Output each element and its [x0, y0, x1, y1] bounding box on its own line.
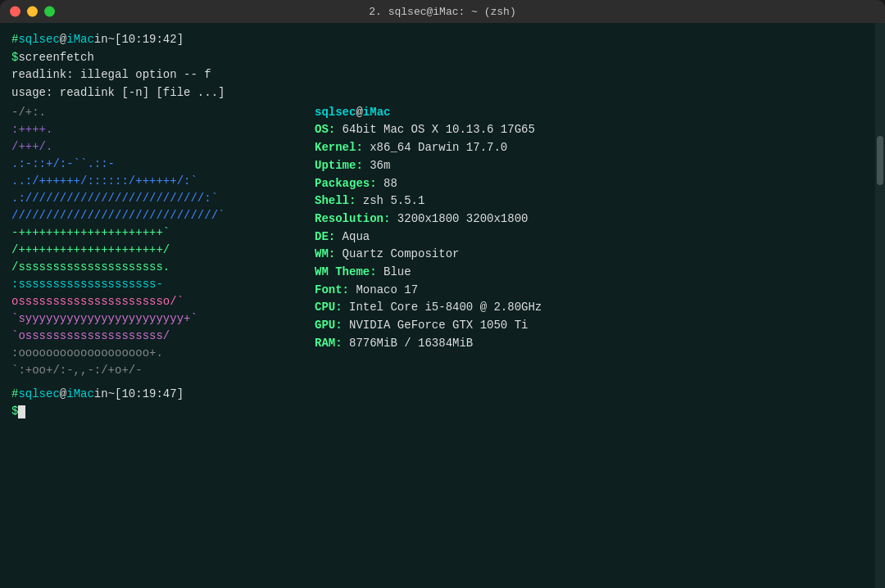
prompt2-dir: ~ — [108, 386, 115, 404]
sysinfo-kernel-line: Kernel: x86_64 Darwin 17.7.0 — [315, 139, 864, 157]
minimize-button[interactable] — [27, 7, 38, 17]
maximize-button[interactable] — [44, 7, 55, 17]
prompt1-dir: ~ — [108, 31, 115, 49]
sysinfo-wm-line: WM: Quartz Compositor — [315, 246, 864, 264]
sysinfo-font-line: Font: Monaco 17 — [315, 282, 864, 300]
prompt2-in: in — [94, 386, 108, 404]
ascii-line-7: //////////////////////////////` — [11, 207, 315, 224]
ram-label: RAM: — [315, 337, 349, 350]
final-dollar: $ — [11, 403, 18, 421]
sysinfo: sqlsec@iMac OS: 64bit Mac OS X 10.13.6 1… — [315, 104, 864, 379]
sysinfo-cpu-line: CPU: Intel Core i5-8400 @ 2.80GHz — [315, 299, 864, 317]
font-value: Monaco 17 — [356, 283, 418, 296]
font-label: Font: — [315, 283, 356, 296]
ascii-line-1: -/+:. — [11, 104, 315, 121]
sysinfo-user: sqlsec — [315, 106, 356, 119]
scrollbar[interactable] — [875, 23, 885, 588]
shell-value: zsh 5.5.1 — [363, 194, 425, 207]
prompt1-user: sqlsec — [18, 31, 59, 49]
close-button[interactable] — [10, 7, 20, 17]
ascii-line-12: ossssssssssssssssssssso/` — [11, 293, 315, 310]
sysinfo-gpu-line: GPU: NVIDIA GeForce GTX 1050 Ti — [315, 317, 864, 335]
wmtheme-value: Blue — [384, 265, 411, 278]
gpu-label: GPU: — [315, 319, 349, 332]
ascii-line-6: .://////////////////////////:` — [11, 190, 315, 207]
ascii-line-5: ..:/++++++/::::::/++++++/:` — [11, 173, 315, 190]
sysinfo-os-line: OS: 64bit Mac OS X 10.13.6 17G65 — [315, 121, 864, 139]
terminal-body[interactable]: # sqlsec @ iMac in ~ [10:19:42] $ screen… — [0, 23, 885, 588]
ascii-line-3: /+++/. — [11, 138, 315, 156]
ascii-line-13: `syyyyyyyyyyyyyyyyyyyyyyy+` — [11, 310, 315, 328]
os-value: 64bit Mac OS X 10.13.6 17G65 — [343, 123, 535, 136]
resolution-value: 3200x1800 3200x1800 — [397, 212, 529, 225]
sysinfo-ram-line: RAM: 8776MiB / 16384MiB — [315, 335, 864, 353]
kernel-value: x86_64 Darwin 17.7.0 — [370, 141, 507, 154]
de-label: DE: — [315, 230, 343, 243]
prompt2-host: iMac — [66, 386, 94, 404]
titlebar: 2. sqlsec@iMac: ~ (zsh) — [0, 0, 885, 23]
cmd1-text: screenfetch — [18, 49, 93, 67]
ascii-line-10: /sssssssssssssssssssss. — [11, 259, 315, 276]
prompt2-time: [10:19:47] — [115, 386, 184, 404]
uptime-label: Uptime: — [315, 159, 370, 172]
error-line-1: readlink: illegal option -- f — [11, 66, 864, 84]
sysinfo-host: iMac — [363, 106, 391, 119]
resolution-label: Resolution: — [315, 212, 397, 225]
ascii-line-4: .:-::+/:-``.::- — [11, 156, 315, 173]
packages-value: 88 — [384, 177, 397, 190]
window: 2. sqlsec@iMac: ~ (zsh) # sqlsec @ iMac … — [0, 0, 885, 588]
de-value: Aqua — [343, 230, 370, 243]
cursor — [18, 405, 25, 418]
gpu-value: NVIDIA GeForce GTX 1050 Ti — [349, 319, 528, 332]
cpu-label: CPU: — [315, 301, 349, 314]
prompt1-host: iMac — [66, 31, 94, 49]
prompt-line-1: # sqlsec @ iMac in ~ [10:19:42] — [11, 31, 864, 49]
os-label: OS: — [315, 123, 343, 136]
cmd1-dollar: $ — [11, 49, 18, 67]
wm-label: WM: — [315, 247, 343, 260]
window-title: 2. sqlsec@iMac: ~ (zsh) — [369, 6, 515, 18]
sysinfo-de-line: DE: Aqua — [315, 228, 864, 247]
ascii-line-8: -+++++++++++++++++++++` — [11, 224, 315, 242]
prompt1-time: [10:19:42] — [115, 31, 184, 49]
prompt2-at: @ — [60, 386, 66, 404]
error-line-2: usage: readlink [-n] [file ...] — [11, 84, 864, 102]
command-line-1: $ screenfetch — [11, 49, 864, 67]
sysinfo-at: @ — [356, 106, 362, 119]
ram-value: 8776MiB / 16384MiB — [349, 337, 473, 350]
uptime-value: 36m — [370, 159, 390, 172]
prompt2-hash: # — [11, 386, 18, 404]
traffic-lights — [10, 7, 55, 17]
sysinfo-username-line: sqlsec@iMac — [315, 104, 864, 122]
sysinfo-uptime-line: Uptime: 36m — [315, 157, 864, 175]
terminal-content: # sqlsec @ iMac in ~ [10:19:42] $ screen… — [11, 31, 864, 580]
sysinfo-packages-line: Packages: 88 — [315, 175, 864, 193]
prompt1-in: in — [94, 31, 108, 49]
prompt2-user: sqlsec — [18, 386, 59, 404]
prompt1-hash: # — [11, 31, 18, 49]
shell-label: Shell: — [315, 194, 363, 207]
packages-label: Packages: — [315, 177, 384, 190]
scrollbar-thumb[interactable] — [877, 136, 883, 185]
ascii-line-15: :ooooooooooooooooooo+. — [11, 345, 315, 362]
ascii-line-16: `:+oo+/:-,,-:/+o+/- — [11, 362, 315, 379]
ascii-line-11: :ssssssssssssssssssss- — [11, 276, 315, 293]
ascii-line-2: :++++. — [11, 121, 315, 138]
sysinfo-shell-line: Shell: zsh 5.5.1 — [315, 192, 864, 210]
wm-value: Quartz Compositor — [343, 247, 460, 260]
ascii-line-9: /+++++++++++++++++++++/ — [11, 242, 315, 259]
prompt1-at: @ — [60, 31, 66, 49]
ascii-art: -/+:. :++++. /+++/. .:-::+/:-``.::- ..:/… — [11, 104, 315, 379]
kernel-label: Kernel: — [315, 141, 370, 154]
prompt-line-2: # sqlsec @ iMac in ~ [10:19:47] — [11, 386, 864, 404]
cpu-value: Intel Core i5-8400 @ 2.80GHz — [349, 301, 542, 314]
final-prompt: $ — [11, 403, 864, 421]
sysinfo-wmtheme-line: WM Theme: Blue — [315, 264, 864, 282]
sysinfo-resolution-line: Resolution: 3200x1800 3200x1800 — [315, 210, 864, 228]
fetch-output: -/+:. :++++. /+++/. .:-::+/:-``.::- ..:/… — [11, 104, 864, 379]
spacer — [11, 379, 864, 386]
wmtheme-label: WM Theme: — [315, 265, 384, 278]
ascii-line-14: `ossssssssssssssssssss/ — [11, 328, 315, 345]
